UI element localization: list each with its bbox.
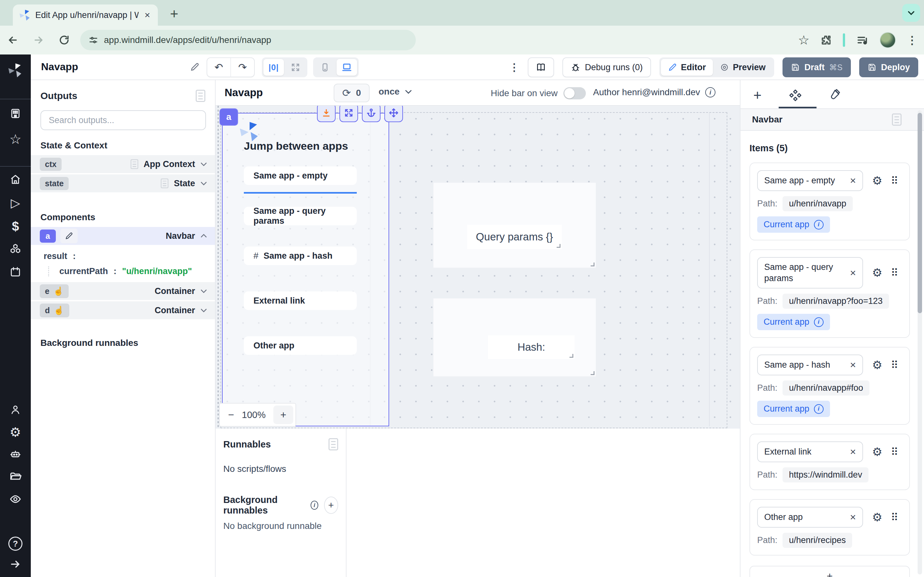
desktop-preview-button[interactable] [336,59,357,76]
move-component-button[interactable] [384,106,403,122]
sidebar-item-workspace[interactable] [0,108,31,119]
full-width-layout-button[interactable] [285,59,306,76]
media-queue-icon[interactable] [856,34,869,47]
tab-editor[interactable]: Editor [661,59,713,76]
resize-handle[interactable] [591,263,594,266]
item-settings-icon[interactable]: ⚙ [872,445,882,459]
resize-handle[interactable] [591,371,594,375]
edit-title-icon[interactable] [190,62,200,72]
component-row-navbar[interactable]: a Navbar [31,227,215,245]
tab-close-icon[interactable]: × [143,10,152,20]
item-path-value[interactable]: u/henri/navapp#foo [782,380,869,396]
zoom-in-button[interactable]: + [273,406,293,424]
panel-doc-icon[interactable] [196,90,205,102]
forward-button[interactable] [26,34,51,46]
sidebar-item-help[interactable]: ? [0,537,31,551]
item-settings-icon[interactable]: ⚙ [872,174,882,187]
avatar[interactable] [880,32,896,48]
item-label-input[interactable]: External link × [757,442,863,462]
info-icon[interactable]: i [310,501,318,510]
panel-divider[interactable] [346,429,347,577]
windmill-logo-icon[interactable] [0,63,31,77]
browser-tab[interactable]: Edit App u/henri/navapp | Win × [13,5,158,26]
sidebar-item-folders[interactable] [0,471,31,483]
resize-handle[interactable] [569,354,573,358]
tab-theme[interactable] [828,89,841,101]
chevron-up-icon[interactable] [200,232,208,240]
item-path-value[interactable]: u/henri/navapp [782,196,853,211]
clear-icon[interactable]: × [850,267,856,279]
chevron-down-icon[interactable] [200,179,208,187]
panel-doc-icon[interactable] [892,113,901,126]
more-options-icon[interactable]: ⋮ [509,61,519,73]
info-icon[interactable]: i [814,404,824,414]
tab-search-button[interactable] [902,4,920,22]
nav-item-other-app[interactable]: Other app [244,336,357,355]
fill-height-button[interactable] [317,106,336,122]
hash-text-widget[interactable]: Hash: [488,335,575,359]
sidebar-collapse-icon[interactable] [0,558,31,570]
nav-item-external-link[interactable]: External link [244,292,357,310]
component-row-container-d[interactable]: d ☝ Container [31,301,215,319]
navbar-component-selected[interactable]: a [222,113,389,426]
clear-icon[interactable]: × [850,175,856,187]
bookmark-star-icon[interactable]: ☆ [798,33,809,47]
nav-item-query-params[interactable]: Same app - query params [244,207,357,226]
hide-bar-toggle[interactable] [564,87,586,99]
container-d-hash[interactable]: Hash: [433,298,596,377]
new-tab-button[interactable]: + [170,6,178,22]
chevron-down-icon[interactable] [200,160,208,168]
undo-button[interactable]: ↶ [207,58,231,77]
item-path-value[interactable]: u/henri/navapp?foo=123 [782,293,889,309]
drag-handle-icon[interactable]: ⠿ [891,511,897,524]
sidebar-item-variables[interactable]: $ [0,220,31,233]
search-outputs-input[interactable] [40,110,206,130]
clear-icon[interactable]: × [850,446,856,458]
back-button[interactable] [0,34,26,46]
redo-button[interactable]: ↷ [231,58,254,77]
browser-menu-icon[interactable]: ⋮ [907,34,918,47]
extensions-icon[interactable] [821,34,832,46]
right-panel-scrollbar[interactable] [918,110,922,574]
sidebar-item-workers[interactable] [0,448,31,460]
info-icon[interactable]: i [814,318,824,327]
centered-layout-button[interactable]: |0| [263,59,284,76]
sidebar-item-resources[interactable] [0,243,31,255]
item-settings-icon[interactable]: ⚙ [872,511,882,524]
sidebar-item-runs[interactable]: ▷ [0,197,31,209]
scrollbar-thumb[interactable] [918,113,922,313]
info-icon[interactable]: i [705,87,716,97]
query-params-text-widget[interactable]: Query params {} [467,225,562,249]
sidebar-item-schedules[interactable] [0,266,31,277]
docs-button[interactable] [528,57,554,77]
clear-icon[interactable]: × [850,359,856,371]
item-label-input[interactable]: Same app - query params × [757,257,863,288]
zoom-out-button[interactable]: − [228,409,234,421]
component-row-container-e[interactable]: e ☝ Container [31,282,215,300]
tab-insert-component[interactable]: + [753,87,762,103]
resize-handle[interactable] [557,244,561,248]
clear-icon[interactable]: × [850,511,856,523]
item-label-input[interactable]: Same app - empty × [757,170,863,191]
mobile-preview-button[interactable] [315,59,335,76]
add-item-button[interactable]: + [750,566,910,577]
drag-handle-icon[interactable]: ⠿ [891,359,897,371]
output-row-ctx[interactable]: ctx App Context [31,155,215,173]
reload-button[interactable] [51,34,77,46]
deploy-button[interactable]: Deploy [859,57,918,77]
item-label-input[interactable]: Same app - hash × [757,355,863,376]
output-row-state[interactable]: state State [31,174,215,192]
chevron-down-icon[interactable] [200,287,208,295]
nav-item-hash[interactable]: # Same app - hash [244,247,357,265]
run-mode-dropdown[interactable]: once [379,87,413,97]
refresh-count-button[interactable]: ⟳ 0 [334,84,370,102]
sidebar-item-favorites[interactable]: ☆ [0,133,31,146]
item-path-value[interactable]: https://windmill.dev [782,467,869,482]
expand-component-button[interactable] [339,106,358,122]
panel-doc-icon[interactable] [328,438,338,450]
tab-preview[interactable]: Preview [713,59,772,76]
tab-component-settings[interactable] [788,89,802,102]
sidebar-item-audit-logs[interactable] [0,493,31,505]
sidebar-item-settings[interactable]: ⚙ [0,426,31,438]
item-path-value[interactable]: u/henri/recipes [782,533,852,548]
